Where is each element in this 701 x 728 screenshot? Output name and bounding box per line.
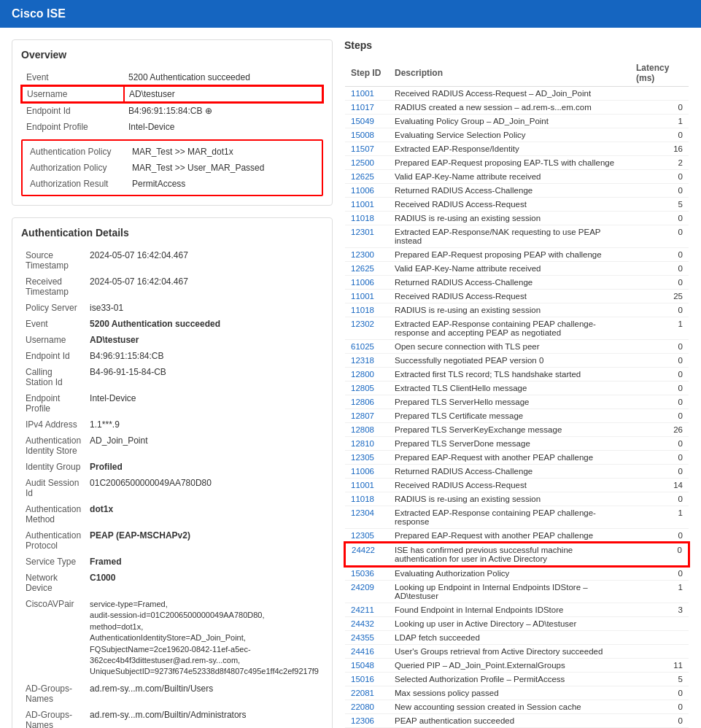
step-id: 11017	[345, 101, 389, 115]
detail-source-ts-label: Source Timestamp	[21, 247, 85, 274]
overview-username-row: Username AD\testuser	[22, 86, 322, 102]
overview-endpoint-id-value: B4:96:91:15:84:CB ⊕	[124, 102, 322, 119]
step-description: Queried PIP – AD_Join_Point.ExternalGrou…	[389, 659, 630, 673]
main-content: Overview Event 5200 Authentication succe…	[0, 28, 701, 728]
step-latency: 0	[630, 170, 689, 184]
step-row: 24422ISE has confirmed previous successf…	[345, 543, 689, 566]
step-id: 11018	[345, 492, 389, 506]
step-description: Valid EAP-Key-Name attribute received	[389, 170, 630, 184]
step-id: 12625	[345, 262, 389, 276]
step-latency: 0	[630, 303, 689, 317]
step-row: 24355LDAP fetch succeeded	[345, 631, 689, 645]
detail-received-ts-label: Received Timestamp	[21, 274, 85, 300]
step-latency: 0	[630, 492, 689, 506]
step-latency: 0	[630, 465, 689, 479]
detail-auth-method-label: Authentication Method	[21, 501, 85, 527]
step-id: 11006	[345, 276, 389, 290]
step-id: 61025	[345, 340, 389, 354]
detail-cisco-avpair: CiscoAVPair service-type=Framed,audit-se…	[21, 596, 323, 681]
step-id: 12808	[345, 423, 389, 437]
step-latency: 0	[630, 248, 689, 262]
overview-event-label: Event	[22, 69, 124, 86]
step-latency: 16	[630, 142, 689, 156]
step-description: Prepared TLS ServerHello message	[389, 395, 630, 409]
step-row: 12305Prepared EAP-Request with another P…	[345, 451, 689, 465]
detail-ipv4-label: IPv4 Address	[21, 417, 85, 433]
step-description: Prepared TLS ServerKeyExchange message	[389, 423, 630, 437]
detail-source-ts: Source Timestamp 2024-05-07 16:42:04.467	[21, 247, 323, 274]
step-description: Prepared EAP-Request with another PEAP c…	[389, 529, 630, 543]
step-row: 12805Extracted TLS ClientHello message0	[345, 382, 689, 395]
step-row: 24432Looking up user in Active Directory…	[345, 617, 689, 631]
steps-title: Steps	[344, 39, 689, 51]
step-description: Received RADIUS Access-Request	[389, 479, 630, 492]
detail-ipv4: IPv4 Address 1.1***.9	[21, 417, 323, 433]
step-latency: 0	[630, 566, 689, 581]
step-id: 12806	[345, 395, 389, 409]
step-description: Looking up user in Active Directory – AD…	[389, 617, 630, 631]
step-latency: 0	[630, 382, 689, 395]
detail-ad-groups-2-label: AD-Groups-Names	[21, 707, 85, 728]
step-id: 11018	[345, 303, 389, 317]
step-id: 12306	[345, 714, 389, 728]
step-description: Selected Authorization Profile – PermitA…	[389, 673, 630, 686]
detail-policy-server-value: ise33-01	[85, 300, 323, 316]
step-id: 22081	[345, 686, 389, 700]
detail-audit-session-value: 01C2006500000049AA780D80	[85, 475, 323, 501]
step-description: Prepared EAP-Request proposing EAP-TLS w…	[389, 156, 630, 170]
step-id: 11001	[345, 198, 389, 212]
step-row: 12625Valid EAP-Key-Name attribute receiv…	[345, 170, 689, 184]
step-description: RADIUS is re-using an existing session	[389, 303, 630, 317]
step-description: Evaluating Authorization Policy	[389, 566, 630, 581]
step-latency: 0	[630, 409, 689, 423]
step-latency: 0	[630, 212, 689, 225]
step-row: 11017RADIUS created a new session – ad.r…	[345, 101, 689, 115]
step-row: 12318Successfully negotiated PEAP versio…	[345, 354, 689, 368]
left-panel: Overview Event 5200 Authentication succe…	[12, 39, 333, 728]
step-id: 24355	[345, 631, 389, 645]
step-description: Max sessions policy passed	[389, 686, 630, 700]
detail-auth-method: Authentication Method dot1x	[21, 501, 323, 527]
auth-policy-value: MAR_Test >> MAR_dot1x	[128, 144, 319, 160]
step-id: 12805	[345, 382, 389, 395]
detail-service-type-label: Service Type	[21, 554, 85, 570]
step-description: LDAP fetch succeeded	[389, 631, 630, 645]
step-description: Extracted TLS ClientHello message	[389, 382, 630, 395]
step-row: 11001Received RADIUS Access-Request25	[345, 290, 689, 303]
detail-audit-session-label: Audit Session Id	[21, 475, 85, 501]
step-id: 12625	[345, 170, 389, 184]
detail-identity-group: Identity Group Profiled	[21, 459, 323, 475]
step-latency: 26	[630, 423, 689, 437]
step-latency	[630, 631, 689, 645]
detail-service-type: Service Type Framed	[21, 554, 323, 570]
step-latency: 0	[630, 437, 689, 451]
step-latency: 1	[630, 317, 689, 340]
detail-ad-groups-1-label: AD-Groups-Names	[21, 681, 85, 707]
overview-username-label: Username	[22, 86, 124, 102]
step-row: 12304Extracted EAP-Response containing P…	[345, 506, 689, 529]
detail-username: Username AD\testuser	[21, 332, 323, 348]
step-description: RADIUS is re-using an existing session	[389, 212, 630, 225]
step-description: RADIUS is re-using an existing session	[389, 492, 630, 506]
step-latency: 0	[630, 184, 689, 198]
step-description: RADIUS created a new session – ad.rem-s.…	[389, 101, 630, 115]
overview-table: Event 5200 Authentication succeeded User…	[21, 69, 323, 135]
step-description: User's Groups retrieval from Active Dire…	[389, 645, 630, 659]
step-description: Extracted EAP-Response containing PEAP c…	[389, 506, 630, 529]
overview-endpoint-profile-value: Intel-Device	[124, 119, 322, 135]
step-row: 12500Prepared EAP-Request proposing EAP-…	[345, 156, 689, 170]
step-latency: 1	[630, 115, 689, 128]
step-description: Returned RADIUS Access-Challenge	[389, 184, 630, 198]
detail-network-device: Network Device C1000	[21, 570, 323, 596]
detail-service-type-value: Framed	[85, 554, 323, 570]
step-row: 12302Extracted EAP-Response containing P…	[345, 317, 689, 340]
detail-endpoint-profile-value: Intel-Device	[85, 390, 323, 417]
step-latency: 1	[630, 506, 689, 529]
steps-col-desc: Description	[389, 60, 630, 87]
step-id: 15048	[345, 659, 389, 673]
step-latency: 0	[630, 354, 689, 368]
step-row: 11018RADIUS is re-using an existing sess…	[345, 303, 689, 317]
step-id: 24209	[345, 581, 389, 603]
step-id: 12301	[345, 225, 389, 248]
detail-ipv4-value: 1.1***.9	[85, 417, 323, 433]
